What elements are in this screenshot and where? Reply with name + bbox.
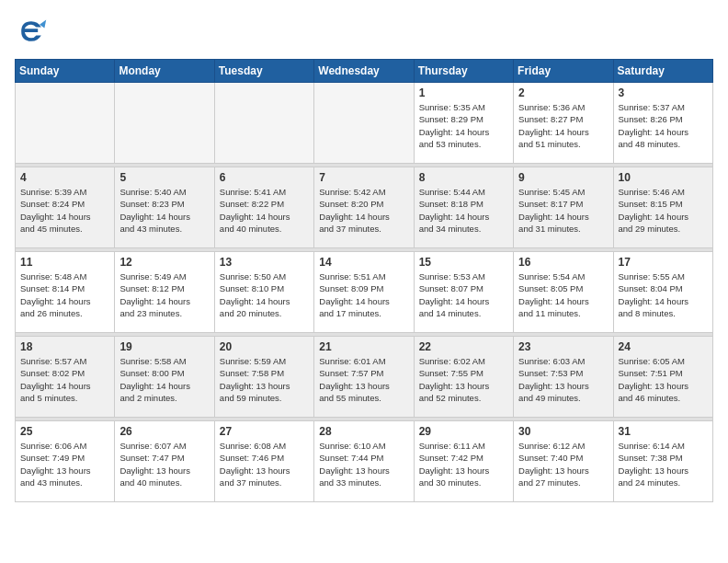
day-info: Sunrise: 6:08 AM Sunset: 7:46 PM Dayligh… <box>220 440 309 488</box>
day-number: 27 <box>220 425 309 438</box>
day-number: 28 <box>319 425 408 438</box>
day-info: Sunrise: 5:46 AM Sunset: 8:15 PM Dayligh… <box>619 186 708 235</box>
day-info: Sunrise: 5:58 AM Sunset: 8:00 PM Dayligh… <box>119 355 209 404</box>
day-info: Sunrise: 6:14 AM Sunset: 7:38 PM Dayligh… <box>619 440 708 488</box>
day-info: Sunrise: 5:57 AM Sunset: 8:02 PM Dayligh… <box>20 355 109 404</box>
calendar-cell: 8Sunrise: 5:44 AM Sunset: 8:18 PM Daylig… <box>414 167 513 248</box>
calendar-cell: 18Sunrise: 5:57 AM Sunset: 8:02 PM Dayli… <box>16 337 115 418</box>
calendar-cell: 29Sunrise: 6:11 AM Sunset: 7:42 PM Dayli… <box>414 421 513 502</box>
day-info: Sunrise: 6:06 AM Sunset: 7:49 PM Dayligh… <box>20 440 109 488</box>
calendar-cell: 2Sunrise: 5:36 AM Sunset: 8:27 PM Daylig… <box>514 83 613 164</box>
day-number: 21 <box>319 340 408 353</box>
calendar-cell: 5Sunrise: 5:40 AM Sunset: 8:23 PM Daylig… <box>115 167 214 248</box>
day-info: Sunrise: 6:07 AM Sunset: 7:47 PM Dayligh… <box>119 440 209 488</box>
calendar-cell: 30Sunrise: 6:12 AM Sunset: 7:40 PM Dayli… <box>514 421 613 502</box>
day-number: 14 <box>319 256 408 269</box>
day-number: 16 <box>518 256 608 269</box>
day-number: 18 <box>20 340 109 353</box>
day-number: 2 <box>518 86 608 99</box>
day-number: 4 <box>20 171 109 184</box>
day-number: 20 <box>220 340 309 353</box>
day-number: 26 <box>119 425 209 438</box>
day-info: Sunrise: 6:10 AM Sunset: 7:44 PM Dayligh… <box>319 440 408 488</box>
day-info: Sunrise: 5:48 AM Sunset: 8:14 PM Dayligh… <box>20 270 109 319</box>
calendar-cell: 25Sunrise: 6:06 AM Sunset: 7:49 PM Dayli… <box>16 421 115 502</box>
calendar-cell <box>115 83 214 164</box>
logo-icon <box>15 15 48 48</box>
calendar-cell: 7Sunrise: 5:42 AM Sunset: 8:20 PM Daylig… <box>314 167 414 248</box>
calendar-cell: 4Sunrise: 5:39 AM Sunset: 8:24 PM Daylig… <box>16 167 115 248</box>
calendar-table: SundayMondayTuesdayWednesdayThursdayFrid… <box>15 59 713 502</box>
day-number: 13 <box>220 256 309 269</box>
day-header-thursday: Thursday <box>414 60 513 83</box>
calendar-cell: 24Sunrise: 6:05 AM Sunset: 7:51 PM Dayli… <box>613 337 712 418</box>
day-info: Sunrise: 6:01 AM Sunset: 7:57 PM Dayligh… <box>319 355 408 404</box>
day-info: Sunrise: 5:35 AM Sunset: 8:29 PM Dayligh… <box>419 101 508 150</box>
day-number: 15 <box>419 256 508 269</box>
day-info: Sunrise: 5:59 AM Sunset: 7:58 PM Dayligh… <box>220 355 309 404</box>
calendar-week-row: 11Sunrise: 5:48 AM Sunset: 8:14 PM Dayli… <box>16 252 713 333</box>
day-info: Sunrise: 6:03 AM Sunset: 7:53 PM Dayligh… <box>518 355 608 404</box>
day-info: Sunrise: 5:41 AM Sunset: 8:22 PM Dayligh… <box>220 186 309 235</box>
day-number: 24 <box>619 340 708 353</box>
day-info: Sunrise: 5:54 AM Sunset: 8:05 PM Dayligh… <box>518 270 608 319</box>
day-number: 11 <box>20 256 109 269</box>
day-number: 12 <box>119 256 209 269</box>
day-number: 31 <box>619 425 708 438</box>
day-number: 10 <box>619 171 708 184</box>
calendar-cell: 11Sunrise: 5:48 AM Sunset: 8:14 PM Dayli… <box>16 252 115 333</box>
day-info: Sunrise: 5:36 AM Sunset: 8:27 PM Dayligh… <box>518 101 608 150</box>
day-info: Sunrise: 6:11 AM Sunset: 7:42 PM Dayligh… <box>419 440 508 488</box>
calendar-cell: 14Sunrise: 5:51 AM Sunset: 8:09 PM Dayli… <box>314 252 414 333</box>
day-info: Sunrise: 5:37 AM Sunset: 8:26 PM Dayligh… <box>619 101 708 150</box>
day-info: Sunrise: 6:02 AM Sunset: 7:55 PM Dayligh… <box>419 355 508 404</box>
calendar-cell: 12Sunrise: 5:49 AM Sunset: 8:12 PM Dayli… <box>115 252 214 333</box>
calendar-cell <box>214 83 313 164</box>
day-header-saturday: Saturday <box>613 60 712 83</box>
day-number: 29 <box>419 425 508 438</box>
day-number: 19 <box>119 340 209 353</box>
calendar-cell: 28Sunrise: 6:10 AM Sunset: 7:44 PM Dayli… <box>314 421 414 502</box>
day-info: Sunrise: 5:40 AM Sunset: 8:23 PM Dayligh… <box>119 186 209 235</box>
day-number: 8 <box>419 171 508 184</box>
calendar-cell: 13Sunrise: 5:50 AM Sunset: 8:10 PM Dayli… <box>214 252 313 333</box>
day-number: 7 <box>319 171 408 184</box>
day-header-friday: Friday <box>514 60 613 83</box>
calendar-cell: 21Sunrise: 6:01 AM Sunset: 7:57 PM Dayli… <box>314 337 414 418</box>
day-header-sunday: Sunday <box>16 60 115 83</box>
day-info: Sunrise: 5:51 AM Sunset: 8:09 PM Dayligh… <box>319 270 408 319</box>
calendar-cell: 16Sunrise: 5:54 AM Sunset: 8:05 PM Dayli… <box>514 252 613 333</box>
calendar-week-row: 18Sunrise: 5:57 AM Sunset: 8:02 PM Dayli… <box>16 337 713 418</box>
day-header-tuesday: Tuesday <box>214 60 313 83</box>
day-info: Sunrise: 5:50 AM Sunset: 8:10 PM Dayligh… <box>220 270 309 319</box>
day-info: Sunrise: 5:49 AM Sunset: 8:12 PM Dayligh… <box>119 270 209 319</box>
day-number: 17 <box>619 256 708 269</box>
day-info: Sunrise: 5:45 AM Sunset: 8:17 PM Dayligh… <box>518 186 608 235</box>
day-info: Sunrise: 5:39 AM Sunset: 8:24 PM Dayligh… <box>20 186 109 235</box>
calendar-cell: 19Sunrise: 5:58 AM Sunset: 8:00 PM Dayli… <box>115 337 214 418</box>
day-number: 30 <box>518 425 608 438</box>
day-info: Sunrise: 6:12 AM Sunset: 7:40 PM Dayligh… <box>518 440 608 488</box>
day-number: 3 <box>619 86 708 99</box>
calendar-cell: 26Sunrise: 6:07 AM Sunset: 7:47 PM Dayli… <box>115 421 214 502</box>
calendar-cell <box>16 83 115 164</box>
calendar-cell: 15Sunrise: 5:53 AM Sunset: 8:07 PM Dayli… <box>414 252 513 333</box>
page-header <box>15 15 713 48</box>
day-number: 25 <box>20 425 109 438</box>
day-info: Sunrise: 5:53 AM Sunset: 8:07 PM Dayligh… <box>419 270 508 319</box>
calendar-cell: 31Sunrise: 6:14 AM Sunset: 7:38 PM Dayli… <box>613 421 712 502</box>
calendar-week-row: 4Sunrise: 5:39 AM Sunset: 8:24 PM Daylig… <box>16 167 713 248</box>
calendar-cell: 27Sunrise: 6:08 AM Sunset: 7:46 PM Dayli… <box>214 421 313 502</box>
calendar-cell: 1Sunrise: 5:35 AM Sunset: 8:29 PM Daylig… <box>414 83 513 164</box>
logo <box>15 15 51 48</box>
day-number: 6 <box>220 171 309 184</box>
day-number: 1 <box>419 86 508 99</box>
day-info: Sunrise: 6:05 AM Sunset: 7:51 PM Dayligh… <box>619 355 708 404</box>
calendar-cell: 22Sunrise: 6:02 AM Sunset: 7:55 PM Dayli… <box>414 337 513 418</box>
calendar-cell: 9Sunrise: 5:45 AM Sunset: 8:17 PM Daylig… <box>514 167 613 248</box>
day-info: Sunrise: 5:55 AM Sunset: 8:04 PM Dayligh… <box>619 270 708 319</box>
calendar-cell: 6Sunrise: 5:41 AM Sunset: 8:22 PM Daylig… <box>214 167 313 248</box>
calendar-header-row: SundayMondayTuesdayWednesdayThursdayFrid… <box>16 60 713 83</box>
calendar-cell <box>314 83 414 164</box>
day-info: Sunrise: 5:42 AM Sunset: 8:20 PM Dayligh… <box>319 186 408 235</box>
